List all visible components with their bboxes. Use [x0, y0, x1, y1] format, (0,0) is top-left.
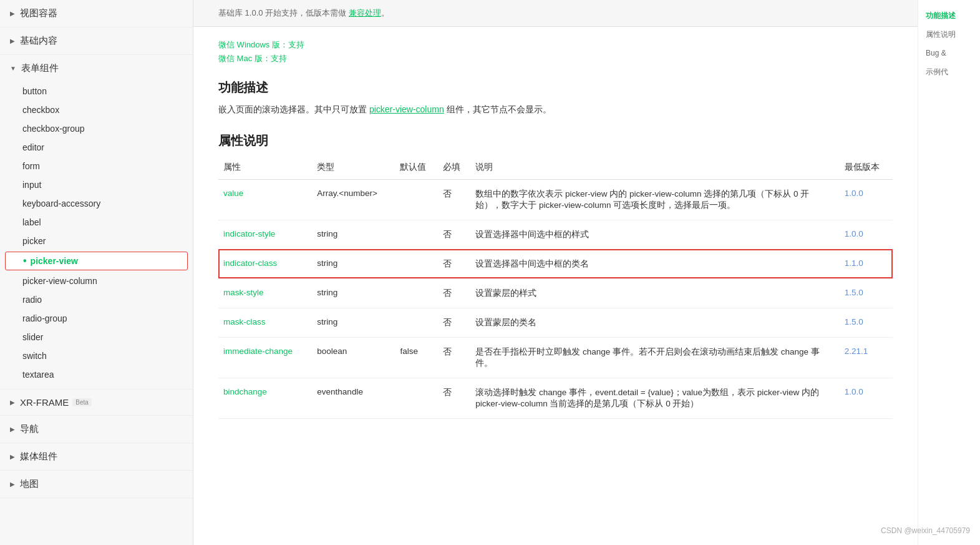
td-required: 否 [438, 278, 470, 308]
td-prop: indicator-style [218, 220, 312, 249]
sidebar-group-xr-frame: ▶ XR-FRAME Beta [0, 390, 193, 416]
td-desc: 设置蒙层的样式 [470, 278, 840, 308]
th-default: 默认值 [395, 155, 438, 180]
sidebar-group-header-media[interactable]: ▶ 媒体组件 [0, 443, 193, 470]
table-body: valueArray.<number>否数组中的数字依次表示 picker-vi… [218, 179, 893, 418]
sidebar-item-picker-view[interactable]: picker-view [5, 252, 188, 270]
td-version: 1.0.0 [840, 179, 893, 220]
main-content: 基础库 1.0.0 开始支持，低版本需做 兼容处理。 微信 Windows 版：… [193, 0, 918, 545]
td-prop: bindchange [218, 378, 312, 418]
table-row: valueArray.<number>否数组中的数字依次表示 picker-vi… [218, 179, 893, 220]
arrow-icon: ▶ [10, 426, 15, 433]
toc-item-bug[interactable]: Bug & [923, 44, 975, 62]
td-default [395, 179, 438, 220]
td-type: string [312, 249, 395, 278]
sidebar-group-header-form-components[interactable]: ▼ 表单组件 [0, 55, 193, 82]
sidebar-group-label: 地图 [20, 478, 39, 490]
table-row: bindchangeeventhandle否滚动选择时触发 change 事件，… [218, 378, 893, 418]
sidebar-item-checkbox[interactable]: checkbox [0, 101, 193, 119]
right-panel: 基础库 1.0.0 开始支持，低版本需做 兼容处理。 微信 Windows 版：… [193, 0, 980, 545]
th-version: 最低版本 [840, 155, 893, 180]
td-type: boolean [312, 337, 395, 378]
sidebar-group-header-map[interactable]: ▶ 地图 [0, 471, 193, 498]
sidebar-item-slider[interactable]: slider [0, 328, 193, 346]
func-desc: 嵌入页面的滚动选择器。其中只可放置 picker-view-column 组件，… [218, 102, 893, 117]
td-default: false [395, 337, 438, 378]
sidebar-item-button[interactable]: button [0, 82, 193, 101]
td-default [395, 220, 438, 249]
td-prop: mask-style [218, 278, 312, 308]
sidebar: ▶ 视图容器 ▶ 基础内容 ▼ 表单组件 button checkbox che… [0, 0, 193, 545]
sidebar-group-header-nav[interactable]: ▶ 导航 [0, 416, 193, 443]
sidebar-group-nav: ▶ 导航 [0, 416, 193, 443]
sidebar-item-picker-view-column[interactable]: picker-view-column [0, 272, 193, 290]
sidebar-item-radio-group[interactable]: radio-group [0, 309, 193, 328]
td-version: 1.0.0 [840, 220, 893, 249]
toc-item-func[interactable]: 功能描述 [923, 6, 975, 25]
sidebar-item-radio[interactable]: radio [0, 290, 193, 309]
sidebar-group-form-components: ▼ 表单组件 button checkbox checkbox-group ed… [0, 55, 193, 390]
sidebar-group-label: 表单组件 [21, 62, 59, 74]
td-prop: immediate-change [218, 337, 312, 378]
td-default [395, 308, 438, 337]
sidebar-group-header-view-container[interactable]: ▶ 视图容器 [0, 0, 193, 27]
sidebar-group-basic-content: ▶ 基础内容 [0, 27, 193, 55]
td-type: string [312, 308, 395, 337]
sidebar-group-header-xr-frame[interactable]: ▶ XR-FRAME Beta [0, 390, 193, 415]
table-header-row: 属性 类型 默认值 必填 说明 最低版本 [218, 155, 893, 180]
td-version: 1.0.0 [840, 378, 893, 418]
arrow-icon: ▶ [10, 453, 15, 460]
compat-row-mac: 微信 Mac 版：支持 [218, 53, 893, 64]
td-desc: 数组中的数字依次表示 picker-view 内的 picker-view-co… [470, 179, 840, 220]
sidebar-item-textarea[interactable]: textarea [0, 365, 193, 384]
section-title-attr: 属性说明 [218, 132, 893, 149]
td-type: Array.<number> [312, 179, 395, 220]
sidebar-group-map: ▶ 地图 [0, 471, 193, 498]
toc-panel: 功能描述 属性说明 Bug & 示例代 [918, 0, 980, 545]
td-type: string [312, 278, 395, 308]
td-desc: 设置选择器中间选中框的样式 [470, 220, 840, 249]
compat-link[interactable]: 兼容处理 [349, 8, 381, 17]
sidebar-item-editor[interactable]: editor [0, 138, 193, 157]
td-type: eventhandle [312, 378, 395, 418]
sidebar-group-view-container: ▶ 视图容器 [0, 0, 193, 27]
td-default [395, 278, 438, 308]
table-row: indicator-stylestring否设置选择器中间选中框的样式1.0.0 [218, 220, 893, 249]
sidebar-item-checkbox-group[interactable]: checkbox-group [0, 119, 193, 138]
td-required: 否 [438, 220, 470, 249]
table-row: immediate-changebooleanfalse否是否在手指松开时立即触… [218, 337, 893, 378]
sidebar-group-label: 导航 [20, 423, 39, 435]
sidebar-item-form[interactable]: form [0, 157, 193, 175]
sidebar-item-keyboard-accessory[interactable]: keyboard-accessory [0, 194, 193, 213]
td-version: 1.5.0 [840, 278, 893, 308]
top-notice-text: 基础库 1.0.0 开始支持，低版本需做 [218, 8, 346, 17]
attr-table: 属性 类型 默认值 必填 说明 最低版本 valueArray.<number>… [218, 155, 893, 419]
picker-view-column-link[interactable]: picker-view-column [369, 104, 444, 114]
arrow-icon: ▶ [10, 10, 15, 17]
td-version: 2.21.1 [840, 337, 893, 378]
sidebar-item-picker[interactable]: picker [0, 232, 193, 250]
toc-item-example[interactable]: 示例代 [923, 62, 975, 81]
th-required: 必填 [438, 155, 470, 180]
td-required: 否 [438, 308, 470, 337]
sidebar-item-switch[interactable]: switch [0, 346, 193, 365]
arrow-icon: ▶ [10, 37, 15, 44]
sidebar-item-label[interactable]: label [0, 213, 193, 232]
watermark: CSDN @weixin_44705979 [881, 526, 970, 535]
sidebar-item-input[interactable]: input [0, 175, 193, 194]
td-desc: 设置选择器中间选中框的类名 [470, 249, 840, 278]
td-prop: indicator-class [218, 249, 312, 278]
th-type: 类型 [312, 155, 395, 180]
td-required: 否 [438, 337, 470, 378]
td-type: string [312, 220, 395, 249]
arrow-icon: ▶ [10, 481, 15, 488]
th-desc: 说明 [470, 155, 840, 180]
compat-row-windows: 微信 Windows 版：支持 [218, 39, 893, 51]
arrow-icon: ▼ [10, 65, 16, 72]
sidebar-group-header-basic-content[interactable]: ▶ 基础内容 [0, 27, 193, 54]
compat-mac-text: 微信 Mac 版：支持 [218, 54, 287, 63]
top-notice: 基础库 1.0.0 开始支持，低版本需做 兼容处理。 [193, 0, 918, 27]
td-prop: value [218, 179, 312, 220]
toc-item-attr[interactable]: 属性说明 [923, 25, 975, 44]
table-row: mask-stylestring否设置蒙层的样式1.5.0 [218, 278, 893, 308]
